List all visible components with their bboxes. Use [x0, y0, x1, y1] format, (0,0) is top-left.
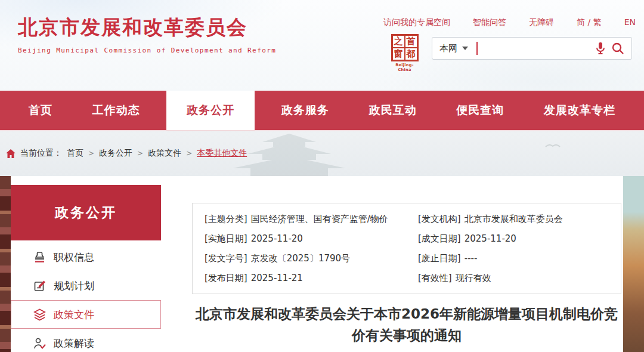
main-nav: 首页 工作动态 政务公开 政务服务 政民互动 便民查询 发展改革专栏 [0, 91, 644, 130]
bird-watermark [545, 142, 561, 149]
nav-tab[interactable]: 首页 [16, 91, 66, 130]
search-bar[interactable]: 本网 [432, 37, 632, 60]
seal-character: 之 [392, 35, 405, 48]
search-scope-dropdown[interactable]: 本网 [439, 43, 468, 54]
meta-value: 京发改〔2025〕1790号 [251, 253, 350, 264]
meta-field: [实施日期]2025-11-20 [205, 231, 418, 246]
meta-value: 2025-11-21 [251, 273, 303, 283]
meta-field: [有效性]现行有效 [418, 271, 609, 285]
nav-tab[interactable]: 政民互动 [356, 91, 430, 130]
text-cursor [476, 42, 478, 55]
site-subtitle-en: Beijing Municipal Commission of Developm… [18, 47, 276, 54]
meta-label: [发文字号] [205, 253, 247, 264]
meta-field: [发文机构]北京市发展和改革委员会 [418, 212, 609, 226]
breadcrumb-items: 首页政务公开政策文件本委其他文件 [67, 148, 247, 159]
nav-tab[interactable]: 政务公开 [166, 91, 255, 130]
search-icon[interactable] [611, 42, 624, 55]
site-header: 北京市发展和改革委员会 Beijing Municipal Commission… [0, 0, 644, 91]
meta-label: [主题分类] [205, 214, 247, 224]
breadcrumb-link[interactable]: 政策文件 [148, 148, 192, 159]
layers-icon [33, 308, 46, 321]
chevron-down-icon [462, 47, 468, 50]
top-utility-links: 访问我的专属空间智能问答无障碍简 / 繁EN [383, 17, 636, 28]
seal-caption: Beijing-China [391, 63, 419, 72]
meta-label: [废止日期] [418, 253, 461, 264]
seal-character: 窗 [392, 48, 405, 60]
sidebar-menu: 职权信息 规划计划 政策文件 [11, 243, 161, 352]
meta-field: [成文日期]2025-11-20 [418, 231, 609, 246]
meta-label: [成文日期] [418, 233, 461, 244]
site-logo[interactable]: 北京市发展和改革委员会 Beijing Municipal Commission… [18, 14, 276, 54]
meta-value: 国民经济管理、国有资产监管/物价 [251, 214, 388, 224]
breadcrumb-prefix: 当前位置： [20, 148, 62, 159]
search-scope-label: 本网 [439, 43, 457, 54]
nav-tab[interactable]: 发展改革专栏 [531, 91, 628, 130]
breadcrumb-link[interactable]: 政务公开 [99, 148, 143, 159]
document-main: [主题分类]国民经济管理、国有资产监管/物价 [发文机构]北京市发展和改革委员会… [161, 176, 623, 352]
meta-label: [发文机构] [418, 214, 461, 224]
document-title: 北京市发展和改革委员会关于本市2026年新能源增量项目机制电价竞价有关事项的通知 [192, 304, 621, 346]
meta-value: 北京市发展和改革委员会 [465, 214, 563, 224]
nav-tab[interactable]: 政务服务 [268, 91, 342, 130]
background-image-right [623, 176, 644, 352]
meta-label: [实施日期] [205, 233, 247, 244]
site-title: 北京市发展和改革委员会 [18, 14, 276, 41]
nav-tab-label: 政民互动 [369, 103, 417, 118]
content-panel: 政务公开 职权信息 规划计划 [11, 176, 623, 352]
meta-value: ---- [465, 253, 478, 264]
breadcrumb-link[interactable]: 首页 [67, 148, 94, 159]
microphone-icon[interactable] [596, 42, 605, 55]
nav-tab-label: 工作动态 [92, 103, 140, 118]
meta-field: [主题分类]国民经济管理、国有资产监管/物价 [205, 212, 418, 226]
sidebar: 政务公开 职权信息 规划计划 [11, 176, 161, 352]
nav-tab-label: 政务服务 [281, 103, 329, 118]
seal-grid: 之首窗都 [391, 34, 419, 61]
sidebar-menu-item[interactable]: 职权信息 [11, 243, 161, 271]
nav-tab[interactable]: 工作动态 [79, 91, 153, 130]
meta-label: [发布日期] [205, 273, 247, 283]
top-link[interactable]: 无障碍 [529, 17, 554, 28]
seal-character: 首 [405, 35, 417, 48]
top-link[interactable]: 访问我的专属空间 [383, 17, 450, 28]
sidebar-item-label: 政策解读 [54, 336, 94, 350]
content-area: 政务公开 职权信息 规划计划 [0, 176, 644, 352]
document-meta-box: [主题分类]国民经济管理、国有资产监管/物价 [发文机构]北京市发展和改革委员会… [192, 203, 621, 294]
background-image-left [0, 176, 11, 352]
top-link[interactable]: 简 / 繁 [577, 17, 602, 28]
plan-icon [33, 280, 46, 292]
meta-field: [发布日期]2025-11-21 [205, 271, 418, 285]
meta-value: 现行有效 [456, 273, 491, 283]
capital-window-seal[interactable]: 之首窗都 Beijing-China [391, 34, 419, 72]
breadcrumb-link[interactable]: 本委其他文件 [197, 148, 247, 159]
sidebar-item-label: 职权信息 [54, 251, 94, 264]
top-link[interactable]: EN [624, 17, 636, 28]
sidebar-menu-item[interactable]: 规划计划 [11, 271, 161, 300]
seal-character: 都 [405, 48, 417, 60]
person-check-icon [33, 337, 46, 350]
meta-value: 2025-11-20 [465, 233, 516, 244]
nav-tab[interactable]: 便民查询 [443, 91, 517, 130]
top-link[interactable]: 智能问答 [473, 17, 506, 28]
home-icon[interactable] [6, 149, 16, 158]
sidebar-item-label: 规划计划 [54, 279, 94, 293]
breadcrumb: 当前位置： 首页政务公开政策文件本委其他文件 [6, 148, 247, 159]
meta-label: [有效性] [418, 273, 452, 283]
meta-value: 2025-11-20 [251, 233, 303, 244]
nav-tab-label: 发展改革专栏 [544, 103, 615, 118]
sidebar-menu-item[interactable]: 政策文件 [11, 300, 161, 329]
breadcrumb-band: 当前位置： 首页政务公开政策文件本委其他文件 [0, 130, 644, 176]
meta-field: [发文字号]京发改〔2025〕1790号 [205, 251, 418, 265]
nav-tab-label: 便民查询 [456, 103, 504, 118]
meta-field: [废止日期]---- [418, 251, 609, 265]
stamp-icon [33, 251, 46, 264]
sidebar-title[interactable]: 政务公开 [11, 185, 161, 240]
sidebar-menu-item[interactable]: 政策解读 [11, 329, 161, 352]
sidebar-item-label: 政策文件 [54, 308, 94, 322]
nav-tab-label: 首页 [29, 103, 52, 118]
nav-tab-label: 政务公开 [187, 103, 234, 118]
